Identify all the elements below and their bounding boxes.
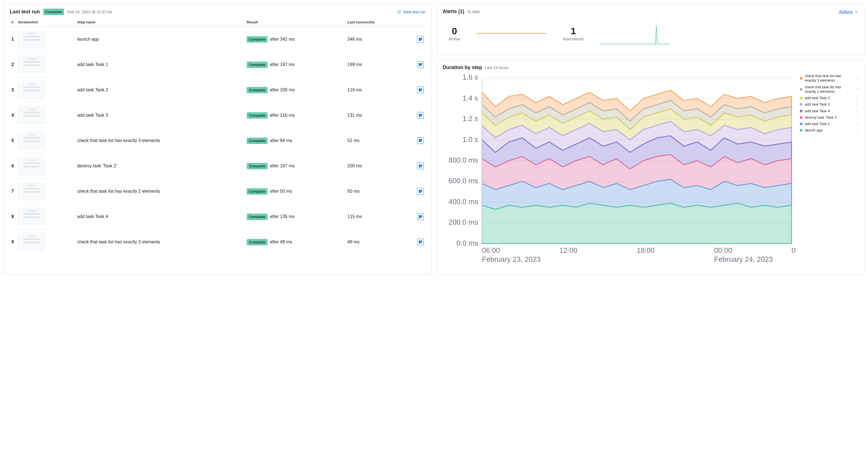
col-idx: # [10, 18, 17, 27]
svg-rect-13 [419, 140, 422, 141]
last-successful: 48 ms [346, 229, 406, 255]
expand-step-button[interactable] [417, 239, 424, 245]
legend-item[interactable]: add task Task 1 [800, 122, 858, 126]
status-badge: Complete [247, 137, 268, 144]
col-last-successful: Last successful [346, 18, 406, 27]
svg-text:1.0 s: 1.0 s [462, 136, 478, 143]
step-name: add task Task 1 [75, 52, 245, 77]
alerts-subtitle: To date [467, 9, 480, 14]
svg-point-72 [856, 117, 857, 117]
legend-swatch [800, 77, 803, 79]
expand-step-button[interactable] [417, 213, 424, 220]
step-name: check that task list has exactly 3 eleme… [75, 128, 245, 154]
svg-text:1.6 s: 1.6 s [462, 74, 478, 81]
legend-label: check that task list has exactly 3 eleme… [805, 74, 853, 83]
screenshot-thumbnail[interactable] [18, 31, 45, 48]
legend-menu-button[interactable] [855, 109, 858, 113]
step-index: 9 [10, 229, 17, 255]
svg-point-66 [856, 104, 857, 104]
svg-point-76 [858, 123, 858, 124]
screenshot-thumbnail[interactable] [18, 233, 45, 251]
last-successful: 199 ms [346, 52, 406, 77]
legend-menu-button[interactable] [855, 96, 858, 100]
svg-point-73 [858, 117, 858, 117]
screenshot-thumbnail[interactable] [18, 157, 45, 174]
legend-swatch [800, 97, 803, 99]
svg-point-67 [858, 104, 858, 104]
expand-step-button[interactable] [417, 112, 424, 119]
expand-step-button[interactable] [417, 87, 424, 93]
expand-step-button[interactable] [417, 188, 424, 195]
legend-menu-button[interactable] [855, 87, 858, 91]
svg-point-77 [855, 130, 856, 130]
svg-point-58 [858, 78, 858, 78]
legend-menu-button[interactable] [855, 115, 858, 120]
screenshot-thumbnail[interactable] [18, 132, 45, 149]
legend-swatch [800, 116, 803, 119]
legend-item[interactable]: add task Task 3 [800, 102, 858, 107]
step-index: 4 [10, 103, 17, 128]
svg-point-64 [858, 97, 858, 98]
result-after: after 135 ms [270, 214, 294, 219]
legend-item[interactable]: check that task list has exactly 2 eleme… [800, 85, 858, 94]
svg-point-62 [855, 97, 856, 98]
result-after: after 116 ms [270, 113, 294, 118]
svg-text:00:00: 00:00 [714, 247, 732, 254]
table-row: 2add task Task 1Completeafter 197 ms199 … [10, 52, 426, 77]
status-badge: Complete [43, 9, 64, 15]
legend-item[interactable]: destroy task 'Task 2' [800, 115, 858, 120]
screenshot-thumbnail[interactable] [18, 208, 45, 225]
screenshot-thumbnail[interactable] [18, 183, 45, 200]
last-run-timestamp: Feb 24, 2023 @ 10:37:04 [67, 10, 112, 14]
step-index: 7 [10, 179, 17, 204]
recovered-alerts-sparkline [600, 22, 670, 44]
alerts-title: Alerts (1) [443, 9, 464, 14]
screenshot-thumbnail[interactable] [18, 56, 45, 73]
legend-item[interactable]: launch app [800, 128, 858, 133]
expand-step-button[interactable] [417, 36, 424, 42]
svg-rect-24 [419, 241, 422, 242]
legend-item[interactable]: check that task list has exactly 3 eleme… [800, 74, 858, 83]
svg-text:06:00: 06:00 [482, 247, 500, 254]
expand-step-button[interactable] [417, 61, 424, 68]
status-badge: Complete [247, 214, 268, 220]
svg-rect-23 [419, 218, 421, 218]
svg-text:400.0 ms: 400.0 ms [448, 198, 478, 205]
legend-menu-button[interactable] [855, 102, 858, 107]
screenshot-thumbnail[interactable] [18, 81, 45, 99]
alerts-actions-button[interactable]: Actions [839, 9, 858, 14]
svg-point-59 [855, 89, 856, 89]
legend-item[interactable]: add task Task 4 [800, 109, 858, 113]
screenshot-thumbnail[interactable] [18, 107, 45, 124]
svg-rect-0 [419, 38, 422, 39]
svg-rect-22 [419, 216, 422, 217]
legend-label: launch app [805, 128, 853, 133]
svg-rect-26 [419, 243, 421, 244]
duration-chart[interactable]: 1.6 s1.4 s1.2 s1.0 s800.0 ms600.0 ms400.… [443, 74, 796, 270]
svg-rect-2 [419, 40, 421, 41]
svg-rect-19 [419, 191, 422, 192]
table-row: 1launch appCompleteafter 342 ms346 ms [10, 27, 426, 52]
view-test-run-link[interactable]: View test run [397, 10, 426, 14]
table-row: 8add task Task 4Completeafter 135 ms115 … [10, 204, 426, 229]
last-successful: 346 ms [346, 27, 406, 52]
status-badge: Complete [247, 62, 268, 68]
legend-label: destroy task 'Task 2' [805, 115, 853, 120]
table-row: 9check that task list has exactly 3 elem… [10, 229, 426, 255]
svg-rect-17 [419, 167, 421, 167]
expand-step-button[interactable] [417, 137, 424, 144]
status-badge: Complete [247, 36, 268, 42]
svg-rect-4 [419, 64, 422, 65]
svg-rect-29 [600, 22, 670, 44]
svg-point-57 [856, 78, 857, 78]
expand-step-button[interactable] [417, 163, 424, 169]
legend-swatch [800, 110, 803, 112]
legend-menu-button[interactable] [855, 76, 858, 81]
svg-point-63 [856, 97, 857, 98]
legend-menu-button[interactable] [855, 128, 858, 133]
col-screenshot: Screenshot [17, 18, 75, 27]
popout-icon [397, 10, 401, 14]
legend-item[interactable]: add task Task 2 [800, 96, 858, 100]
svg-text:12:00: 12:00 [559, 247, 577, 254]
legend-menu-button[interactable] [855, 122, 858, 126]
